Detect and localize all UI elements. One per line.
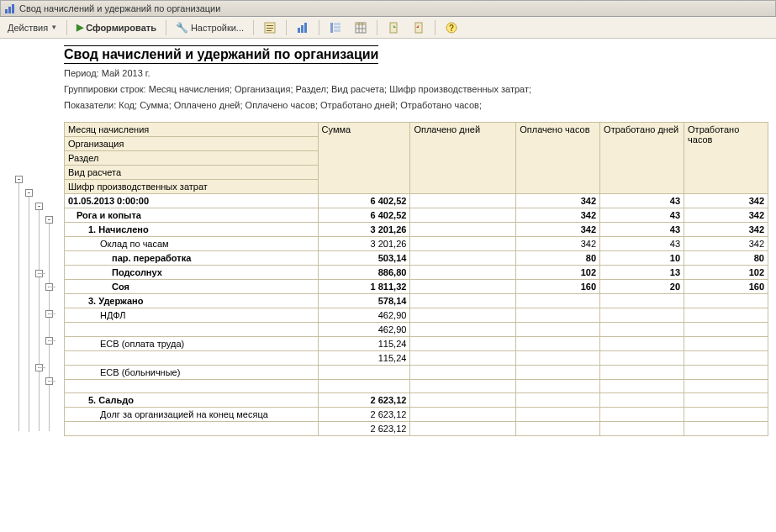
svg-rect-9 <box>304 23 307 33</box>
table-row[interactable]: Рога и копыта6 402,5234243342 <box>65 208 768 222</box>
cell: 462,90 <box>318 308 410 322</box>
row-label <box>65 350 319 365</box>
cell: 3 201,26 <box>318 236 410 250</box>
svg-rect-13 <box>334 29 340 32</box>
svg-rect-0 <box>5 9 8 13</box>
table-row[interactable]: Подсолнух886,8010213102 <box>65 265 768 279</box>
cell: 1 811,32 <box>318 279 410 293</box>
hdr-paid-days: Оплачено дней <box>410 122 516 193</box>
hdr-paid-hours: Оплачено часов <box>516 122 600 193</box>
cell <box>684 336 768 350</box>
toolbar-icon-6[interactable] <box>408 18 430 37</box>
cell: 886,80 <box>318 265 410 279</box>
report-title: Свод начислений и удержаний по организац… <box>64 45 378 64</box>
cell <box>410 392 516 407</box>
hdr-calctype: Вид расчета <box>65 165 319 179</box>
cell: 115,24 <box>318 350 410 365</box>
toolbar-icon-1[interactable] <box>259 18 281 37</box>
table-row[interactable]: 1. Начислено3 201,2634243342 <box>65 222 768 236</box>
svg-rect-15 <box>356 23 366 25</box>
cell: 2 623,12 <box>318 407 410 421</box>
cell <box>600 350 684 365</box>
table-row[interactable]: ЕСВ (больничные) <box>65 365 768 379</box>
svg-rect-1 <box>8 7 11 13</box>
cell <box>684 421 768 435</box>
cell <box>410 350 516 365</box>
form-label: Сформировать <box>86 23 156 33</box>
actions-label: Действия <box>8 23 48 33</box>
cell <box>516 407 600 421</box>
row-label: Долг за организацией на конец месяца <box>65 407 319 421</box>
hdr-org: Организация <box>65 136 319 150</box>
grouping-line: Группировки строк: Месяц начисления; Орг… <box>64 83 771 96</box>
cell <box>516 308 600 322</box>
toolbar-icon-4[interactable] <box>350 18 372 37</box>
svg-rect-11 <box>334 23 340 25</box>
form-button[interactable]: ▶ Сформировать <box>72 19 161 35</box>
table-row[interactable]: Соя1 811,3216020160 <box>65 279 768 293</box>
hdr-sum: Сумма <box>318 122 410 193</box>
svg-rect-2 <box>12 4 14 13</box>
cell <box>410 379 516 392</box>
tree-toggle[interactable]: - <box>25 189 33 197</box>
help-button[interactable]: ? <box>441 18 462 37</box>
actions-menu[interactable]: Действия ▼ <box>3 20 61 35</box>
svg-rect-6 <box>267 30 272 31</box>
table-row[interactable]: Оклад по часам3 201,2634243342 <box>65 236 768 250</box>
cell <box>410 293 516 308</box>
cell: 20 <box>600 279 684 293</box>
cell <box>410 322 516 336</box>
toolbar: Действия ▼ ▶ Сформировать 🔧 Настройки...… <box>0 17 776 39</box>
tree-toggle[interactable]: - <box>35 203 43 210</box>
cell <box>410 279 516 293</box>
toolbar-icon-2[interactable] <box>292 18 314 37</box>
table-row[interactable]: 5. Сальдо2 623,12 <box>65 392 768 407</box>
cell: 80 <box>684 250 768 265</box>
settings-button[interactable]: 🔧 Настройки... <box>172 19 248 36</box>
cell <box>684 322 768 336</box>
cell: 6 402,52 <box>318 208 410 222</box>
table-row[interactable]: Долг за организацией на конец месяца2 62… <box>65 407 768 421</box>
table-row[interactable]: НДФЛ462,90 <box>65 308 768 322</box>
table-row[interactable]: 462,90 <box>65 322 768 336</box>
tree-gutter: - - - - - - - - - - <box>0 39 64 532</box>
row-label: 01.05.2013 0:00:00 <box>65 193 319 208</box>
svg-rect-10 <box>330 23 333 33</box>
table-row[interactable]: 115,24 <box>65 350 768 365</box>
table-row[interactable]: 2 623,12 <box>65 421 768 435</box>
report-grid: Месяц начисления Сумма Оплачено дней Опл… <box>64 122 768 436</box>
tree-toggle[interactable]: - <box>45 216 53 224</box>
cell: 342 <box>684 193 768 208</box>
cell <box>410 365 516 379</box>
table-row[interactable] <box>65 379 768 392</box>
table-row[interactable]: 3. Удержано578,14 <box>65 293 768 308</box>
cell <box>600 407 684 421</box>
play-icon: ▶ <box>77 22 83 33</box>
cell: 13 <box>600 265 684 279</box>
row-label: Рога и копыта <box>65 208 319 222</box>
cell: 115,24 <box>318 336 410 350</box>
wrench-icon: 🔧 <box>176 22 188 34</box>
row-label: ЕСВ (оплата труда) <box>65 336 319 350</box>
hdr-costcode: Шифр производственных затрат <box>65 179 319 193</box>
separator <box>319 20 319 35</box>
table-row[interactable]: 01.05.2013 0:00:006 402,5234243342 <box>65 193 768 208</box>
cell <box>516 322 600 336</box>
table-row[interactable]: ЕСВ (оплата труда)115,24 <box>65 336 768 350</box>
toolbar-icon-3[interactable] <box>325 18 346 37</box>
period-line: Период: Май 2013 г. <box>64 67 771 80</box>
cell <box>516 421 600 435</box>
cell: 2 623,12 <box>318 392 410 407</box>
svg-text:?: ? <box>449 24 454 33</box>
cell <box>516 379 600 392</box>
cell <box>684 293 768 308</box>
table-row[interactable]: пар. переработка503,14801080 <box>65 250 768 265</box>
tree-toggle[interactable]: - <box>15 176 23 183</box>
cell <box>410 250 516 265</box>
cell: 102 <box>684 265 768 279</box>
toolbar-icon-5[interactable] <box>383 18 404 37</box>
cell <box>410 222 516 236</box>
row-label: Подсолнух <box>65 265 319 279</box>
cell: 342 <box>684 208 768 222</box>
cell <box>600 308 684 322</box>
